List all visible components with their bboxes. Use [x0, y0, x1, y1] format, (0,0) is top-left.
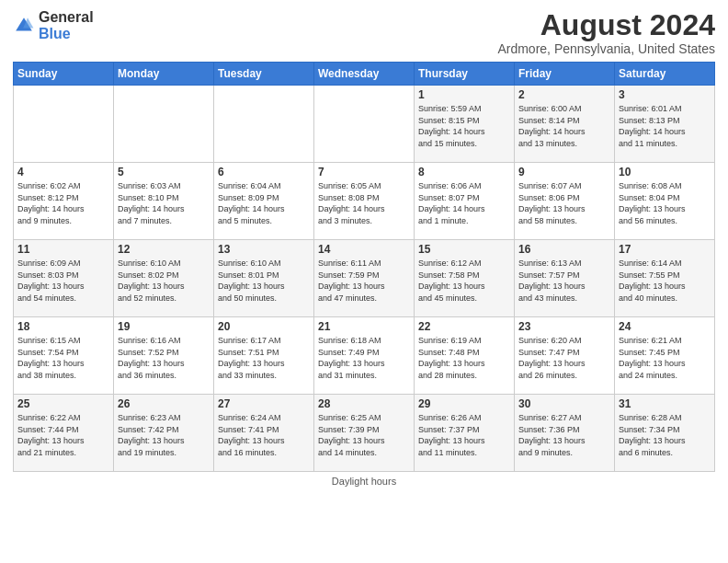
day-number: 15 [418, 243, 510, 256]
day-info: Sunrise: 6:20 AMSunset: 7:47 PMDaylight:… [518, 335, 610, 381]
logo-icon [13, 15, 35, 37]
header-cell-saturday: Saturday [615, 63, 715, 86]
day-info: Sunrise: 6:12 AMSunset: 7:58 PMDaylight:… [418, 258, 510, 304]
day-cell: 23Sunrise: 6:20 AMSunset: 7:47 PMDayligh… [515, 317, 615, 395]
header: General Blue August 2024 Ardmore, Pennsy… [13, 9, 715, 56]
day-info: Sunrise: 6:28 AMSunset: 7:34 PMDaylight:… [619, 412, 711, 458]
day-number: 20 [218, 320, 310, 333]
day-cell: 3Sunrise: 6:01 AMSunset: 8:13 PMDaylight… [615, 86, 715, 163]
day-info: Sunrise: 6:09 AMSunset: 8:03 PMDaylight:… [17, 258, 109, 304]
calendar-body: 1Sunrise: 5:59 AMSunset: 8:15 PMDaylight… [14, 86, 715, 472]
day-cell [214, 86, 314, 163]
day-cell: 26Sunrise: 6:23 AMSunset: 7:42 PMDayligh… [114, 395, 214, 472]
logo-general: General [39, 9, 94, 26]
day-number: 24 [619, 320, 711, 333]
day-number: 6 [218, 166, 310, 178]
day-info: Sunrise: 6:01 AMSunset: 8:13 PMDaylight:… [619, 103, 711, 149]
day-cell: 13Sunrise: 6:10 AMSunset: 8:01 PMDayligh… [214, 240, 314, 317]
day-cell: 1Sunrise: 5:59 AMSunset: 8:15 PMDaylight… [415, 86, 515, 163]
calendar-table: SundayMondayTuesdayWednesdayThursdayFrid… [13, 62, 715, 472]
day-number: 8 [418, 166, 510, 178]
day-info: Sunrise: 6:04 AMSunset: 8:09 PMDaylight:… [218, 180, 310, 226]
day-cell: 21Sunrise: 6:18 AMSunset: 7:49 PMDayligh… [314, 317, 415, 395]
day-number: 27 [218, 397, 310, 410]
day-number: 17 [619, 243, 711, 256]
day-number: 28 [318, 397, 410, 410]
day-cell: 4Sunrise: 6:02 AMSunset: 8:12 PMDaylight… [14, 163, 114, 240]
week-row-1: 4Sunrise: 6:02 AMSunset: 8:12 PMDaylight… [14, 163, 715, 240]
day-info: Sunrise: 6:02 AMSunset: 8:12 PMDaylight:… [17, 180, 109, 226]
day-number: 25 [17, 397, 109, 410]
day-number: 9 [518, 166, 610, 178]
header-cell-sunday: Sunday [14, 63, 114, 86]
day-cell [114, 86, 214, 163]
week-row-3: 18Sunrise: 6:15 AMSunset: 7:54 PMDayligh… [14, 317, 715, 395]
logo: General Blue [13, 9, 94, 41]
day-info: Sunrise: 6:18 AMSunset: 7:49 PMDaylight:… [318, 335, 410, 381]
footer-note: Daylight hours [13, 476, 715, 487]
day-number: 21 [318, 320, 410, 333]
month-title: August 2024 [497, 9, 715, 41]
day-info: Sunrise: 6:13 AMSunset: 7:57 PMDaylight:… [518, 258, 610, 304]
day-info: Sunrise: 6:26 AMSunset: 7:37 PMDaylight:… [418, 412, 510, 458]
day-info: Sunrise: 6:19 AMSunset: 7:48 PMDaylight:… [418, 335, 510, 381]
day-number: 3 [619, 88, 711, 101]
calendar-header: SundayMondayTuesdayWednesdayThursdayFrid… [14, 63, 715, 86]
logo-text: General Blue [39, 9, 94, 41]
day-cell: 25Sunrise: 6:22 AMSunset: 7:44 PMDayligh… [14, 395, 114, 472]
day-number: 2 [518, 88, 610, 101]
day-number: 31 [619, 397, 711, 410]
page-container: General Blue August 2024 Ardmore, Pennsy… [0, 0, 728, 492]
day-number: 19 [118, 320, 210, 333]
week-row-4: 25Sunrise: 6:22 AMSunset: 7:44 PMDayligh… [14, 395, 715, 472]
day-cell: 16Sunrise: 6:13 AMSunset: 7:57 PMDayligh… [515, 240, 615, 317]
day-info: Sunrise: 6:00 AMSunset: 8:14 PMDaylight:… [518, 103, 610, 149]
header-row: SundayMondayTuesdayWednesdayThursdayFrid… [14, 63, 715, 86]
day-cell: 20Sunrise: 6:17 AMSunset: 7:51 PMDayligh… [214, 317, 314, 395]
day-info: Sunrise: 6:22 AMSunset: 7:44 PMDaylight:… [17, 412, 109, 458]
day-cell: 27Sunrise: 6:24 AMSunset: 7:41 PMDayligh… [214, 395, 314, 472]
day-number: 5 [118, 166, 210, 178]
day-info: Sunrise: 6:08 AMSunset: 8:04 PMDaylight:… [619, 180, 711, 226]
day-number: 16 [518, 243, 610, 256]
day-cell: 9Sunrise: 6:07 AMSunset: 8:06 PMDaylight… [515, 163, 615, 240]
day-info: Sunrise: 6:25 AMSunset: 7:39 PMDaylight:… [318, 412, 410, 458]
day-cell: 6Sunrise: 6:04 AMSunset: 8:09 PMDaylight… [214, 163, 314, 240]
header-cell-thursday: Thursday [415, 63, 515, 86]
day-info: Sunrise: 5:59 AMSunset: 8:15 PMDaylight:… [418, 103, 510, 149]
day-cell: 28Sunrise: 6:25 AMSunset: 7:39 PMDayligh… [314, 395, 415, 472]
day-info: Sunrise: 6:21 AMSunset: 7:45 PMDaylight:… [619, 335, 711, 381]
day-number: 7 [318, 166, 410, 178]
header-cell-tuesday: Tuesday [214, 63, 314, 86]
day-cell: 2Sunrise: 6:00 AMSunset: 8:14 PMDaylight… [515, 86, 615, 163]
day-cell [14, 86, 114, 163]
day-cell: 10Sunrise: 6:08 AMSunset: 8:04 PMDayligh… [615, 163, 715, 240]
day-cell: 30Sunrise: 6:27 AMSunset: 7:36 PMDayligh… [515, 395, 615, 472]
day-cell [314, 86, 415, 163]
day-info: Sunrise: 6:05 AMSunset: 8:08 PMDaylight:… [318, 180, 410, 226]
day-info: Sunrise: 6:10 AMSunset: 8:01 PMDaylight:… [218, 258, 310, 304]
day-cell: 11Sunrise: 6:09 AMSunset: 8:03 PMDayligh… [14, 240, 114, 317]
day-cell: 7Sunrise: 6:05 AMSunset: 8:08 PMDaylight… [314, 163, 415, 240]
day-cell: 8Sunrise: 6:06 AMSunset: 8:07 PMDaylight… [415, 163, 515, 240]
location: Ardmore, Pennsylvania, United States [497, 41, 715, 56]
day-info: Sunrise: 6:14 AMSunset: 7:55 PMDaylight:… [619, 258, 711, 304]
day-number: 13 [218, 243, 310, 256]
day-cell: 14Sunrise: 6:11 AMSunset: 7:59 PMDayligh… [314, 240, 415, 317]
header-cell-wednesday: Wednesday [314, 63, 415, 86]
day-number: 29 [418, 397, 510, 410]
day-number: 14 [318, 243, 410, 256]
header-cell-monday: Monday [114, 63, 214, 86]
day-info: Sunrise: 6:11 AMSunset: 7:59 PMDaylight:… [318, 258, 410, 304]
day-info: Sunrise: 6:23 AMSunset: 7:42 PMDaylight:… [118, 412, 210, 458]
day-info: Sunrise: 6:24 AMSunset: 7:41 PMDaylight:… [218, 412, 310, 458]
day-info: Sunrise: 6:07 AMSunset: 8:06 PMDaylight:… [518, 180, 610, 226]
day-info: Sunrise: 6:27 AMSunset: 7:36 PMDaylight:… [518, 412, 610, 458]
day-info: Sunrise: 6:06 AMSunset: 8:07 PMDaylight:… [418, 180, 510, 226]
day-cell: 31Sunrise: 6:28 AMSunset: 7:34 PMDayligh… [615, 395, 715, 472]
header-cell-friday: Friday [515, 63, 615, 86]
title-area: August 2024 Ardmore, Pennsylvania, Unite… [497, 9, 715, 56]
day-info: Sunrise: 6:10 AMSunset: 8:02 PMDaylight:… [118, 258, 210, 304]
week-row-2: 11Sunrise: 6:09 AMSunset: 8:03 PMDayligh… [14, 240, 715, 317]
day-info: Sunrise: 6:17 AMSunset: 7:51 PMDaylight:… [218, 335, 310, 381]
